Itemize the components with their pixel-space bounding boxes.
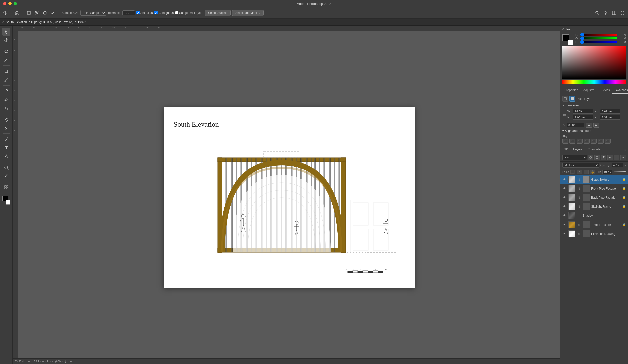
sample-all-layers-checkbox[interactable]: [175, 11, 178, 14]
opacity-arrow[interactable]: ▾: [625, 164, 626, 167]
x-input[interactable]: [600, 109, 620, 114]
lock-position-btn[interactable]: ✏: [577, 170, 582, 174]
h-input[interactable]: [573, 115, 593, 120]
move-tool-icon[interactable]: [2, 10, 9, 16]
close-button[interactable]: [3, 2, 6, 5]
sample-size-select[interactable]: Point Sample: [80, 10, 106, 16]
zoom-arrow[interactable]: ▶: [28, 360, 30, 363]
tool-icon-3[interactable]: [42, 10, 48, 16]
minimize-button[interactable]: [8, 2, 12, 5]
pen-tool[interactable]: [2, 135, 10, 143]
layer-item[interactable]: 👁 ⛓ Elevation Drawing: [560, 229, 628, 238]
move-tool[interactable]: [2, 36, 10, 44]
anti-alias-checkbox[interactable]: [136, 11, 140, 14]
eraser-tool[interactable]: [2, 115, 10, 123]
layer-item[interactable]: 👁 ⛓ Back Pipe Facade 🔒: [560, 193, 628, 202]
fill-input[interactable]: [602, 170, 612, 174]
layer-item[interactable]: 👁 Shadow: [560, 211, 628, 220]
canvas-content[interactable]: South Elevation: [18, 31, 560, 364]
align-top-btn[interactable]: ⬛: [591, 139, 597, 144]
measure-tool[interactable]: [2, 76, 10, 84]
filter-icon-t[interactable]: T: [601, 155, 606, 160]
align-center-h-btn[interactable]: ⬛: [569, 139, 575, 144]
healing-tool[interactable]: [2, 87, 10, 95]
align-left-btn[interactable]: ⬛: [562, 139, 568, 144]
path-tool[interactable]: [2, 152, 10, 160]
layer-item[interactable]: 👁 ⛓ Skylight Frame 🔒: [560, 202, 628, 211]
layer-item[interactable]: 👁 ⛓ Timber Texture 🔒: [560, 220, 628, 229]
opacity-slider-area[interactable]: [614, 171, 626, 172]
hand-tool[interactable]: [2, 172, 10, 180]
size-arrow[interactable]: ▶: [70, 360, 72, 363]
color-picker[interactable]: [562, 46, 626, 79]
bg-color-swatch[interactable]: [568, 40, 573, 45]
layer-item[interactable]: 👁 ⛓ Glass Texture 🔒: [560, 175, 628, 184]
magic-wand-tool[interactable]: [2, 56, 10, 64]
pixel-layer-icon-1[interactable]: [562, 96, 568, 102]
angle-right-btn[interactable]: ▶: [593, 123, 599, 128]
layer-eye-3[interactable]: 👁: [562, 195, 567, 200]
w-input[interactable]: [573, 109, 593, 114]
layer-filter-select[interactable]: Kind: [562, 155, 587, 160]
panels-icon[interactable]: [611, 10, 617, 16]
select-mask-button[interactable]: Select and Mask...: [232, 10, 264, 16]
layer-eye-1[interactable]: 👁: [562, 177, 567, 182]
zoom-tool[interactable]: [2, 164, 10, 172]
tab-properties[interactable]: Properties: [562, 87, 581, 94]
layer-item[interactable]: 👁 ⛓ Front Pipe Facade 🔒: [560, 184, 628, 193]
filter-icon-fx[interactable]: fx: [614, 155, 619, 160]
tab-adjustments[interactable]: Adjustm...: [581, 87, 599, 94]
g-slider[interactable]: [580, 37, 617, 39]
grid-tool[interactable]: [2, 183, 10, 191]
stamp-tool[interactable]: [2, 104, 10, 112]
tab-title[interactable]: South Elevation PDF.pdf @ 33.3% (Glass T…: [6, 20, 86, 24]
layer-eye-6[interactable]: 👁: [562, 223, 567, 227]
tab-layers[interactable]: Layers: [571, 146, 585, 153]
crop-tool[interactable]: [2, 67, 10, 75]
align-bottom-btn[interactable]: ⬛: [605, 139, 611, 144]
contiguous-checkbox[interactable]: [154, 11, 158, 14]
layer-eye-5[interactable]: 👁: [562, 213, 567, 218]
tab-close-icon[interactable]: ✕: [2, 20, 4, 24]
layers-collapse-icon[interactable]: ≡: [624, 148, 626, 152]
angle-input[interactable]: [567, 123, 584, 127]
transform-header[interactable]: ▾ Transform: [562, 104, 626, 107]
lock-all-btn[interactable]: 🔒: [590, 170, 595, 174]
background-color[interactable]: [6, 200, 10, 205]
opacity-input[interactable]: [612, 163, 623, 167]
filter-icon-2[interactable]: [594, 155, 600, 160]
filter-icon-path[interactable]: [607, 155, 613, 160]
paint-bucket-tool[interactable]: [2, 124, 10, 132]
layer-eye-2[interactable]: 👁: [562, 186, 567, 191]
align-header[interactable]: ▾ Align and Distribute: [562, 129, 626, 133]
select-subject-button[interactable]: Select Subject: [205, 10, 231, 16]
expand-icon[interactable]: [619, 10, 626, 16]
hue-bar[interactable]: [562, 80, 626, 84]
blend-mode-select[interactable]: Multiply: [562, 163, 599, 168]
filter-toggle[interactable]: ●: [620, 155, 626, 160]
align-right-btn[interactable]: ⬛: [577, 139, 583, 144]
tool-icon-2[interactable]: [34, 10, 40, 16]
tab-styles[interactable]: Styles: [599, 87, 612, 94]
lock-pixels-btn[interactable]: ⬛: [570, 170, 575, 174]
settings-icon[interactable]: [602, 10, 609, 16]
tool-icon-1[interactable]: [26, 10, 32, 16]
r-slider[interactable]: [580, 34, 617, 36]
layer-eye-7[interactable]: 👁: [562, 232, 567, 236]
selection-tool[interactable]: [2, 28, 10, 36]
angle-left-btn[interactable]: ◀: [586, 123, 592, 128]
search-icon[interactable]: [594, 10, 600, 16]
maximize-button[interactable]: [14, 2, 17, 5]
lasso-tool[interactable]: [2, 47, 10, 55]
home-icon[interactable]: [14, 10, 20, 16]
layer-eye-4[interactable]: 👁: [562, 204, 567, 209]
brush-tool[interactable]: [2, 96, 10, 104]
align-center-v-btn[interactable]: ⬛: [598, 139, 604, 144]
tool-icon-4[interactable]: [50, 10, 56, 16]
tolerance-input[interactable]: [122, 10, 135, 15]
b-slider[interactable]: [580, 41, 617, 43]
filter-icon-1[interactable]: [588, 155, 593, 160]
pixel-layer-icon-2[interactable]: [569, 96, 575, 102]
text-tool[interactable]: [2, 144, 10, 152]
tab-swatches[interactable]: Swatches: [612, 87, 628, 94]
